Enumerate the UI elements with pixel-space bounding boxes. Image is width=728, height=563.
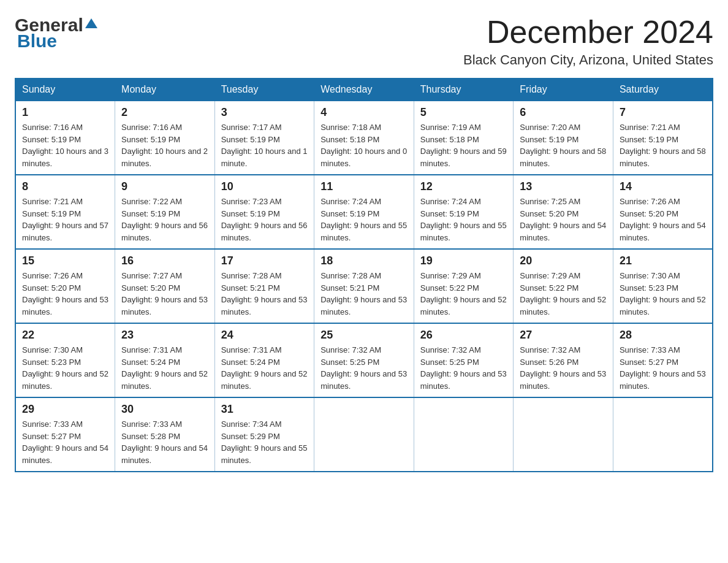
calendar-cell: 3Sunrise: 7:17 AMSunset: 5:19 PMDaylight… — [214, 101, 314, 175]
day-info: Sunrise: 7:30 AMSunset: 5:23 PMDaylight:… — [22, 344, 108, 392]
day-number: 19 — [420, 255, 507, 267]
day-info: Sunrise: 7:32 AMSunset: 5:25 PMDaylight:… — [420, 344, 507, 392]
day-number: 9 — [121, 180, 208, 193]
calendar-cell: 28Sunrise: 7:33 AMSunset: 5:27 PMDayligh… — [613, 323, 713, 397]
day-info: Sunrise: 7:30 AMSunset: 5:23 PMDaylight:… — [620, 270, 706, 318]
day-info: Sunrise: 7:24 AMSunset: 5:19 PMDaylight:… — [420, 196, 507, 243]
location-title: Black Canyon City, Arizona, United State… — [463, 52, 713, 68]
day-info: Sunrise: 7:26 AMSunset: 5:20 PMDaylight:… — [22, 270, 108, 318]
calendar-cell: 8Sunrise: 7:21 AMSunset: 5:19 PMDaylight… — [15, 175, 115, 249]
calendar-cell — [314, 397, 414, 472]
weekday-header-friday: Friday — [514, 79, 613, 101]
day-number: 25 — [320, 329, 408, 342]
calendar-cell: 19Sunrise: 7:29 AMSunset: 5:22 PMDayligh… — [414, 249, 514, 323]
day-number: 18 — [320, 255, 408, 267]
weekday-header-row: SundayMondayTuesdayWednesdayThursdayFrid… — [15, 79, 713, 101]
day-number: 30 — [121, 403, 208, 416]
day-info: Sunrise: 7:25 AMSunset: 5:20 PMDaylight:… — [520, 196, 607, 243]
calendar-cell: 7Sunrise: 7:21 AMSunset: 5:19 PMDaylight… — [613, 101, 713, 175]
calendar-week-row: 1Sunrise: 7:16 AMSunset: 5:19 PMDaylight… — [15, 101, 713, 175]
weekday-header-monday: Monday — [115, 79, 215, 101]
calendar-week-row: 22Sunrise: 7:30 AMSunset: 5:23 PMDayligh… — [15, 323, 713, 397]
calendar-cell: 22Sunrise: 7:30 AMSunset: 5:23 PMDayligh… — [15, 323, 115, 397]
day-info: Sunrise: 7:32 AMSunset: 5:25 PMDaylight:… — [320, 344, 408, 392]
day-info: Sunrise: 7:29 AMSunset: 5:22 PMDaylight:… — [520, 270, 607, 318]
svg-marker-0 — [85, 18, 97, 28]
calendar-cell: 12Sunrise: 7:24 AMSunset: 5:19 PMDayligh… — [414, 175, 514, 249]
calendar-cell: 31Sunrise: 7:34 AMSunset: 5:29 PMDayligh… — [214, 397, 314, 472]
day-number: 20 — [520, 255, 607, 267]
calendar-cell: 14Sunrise: 7:26 AMSunset: 5:20 PMDayligh… — [613, 175, 713, 249]
day-info: Sunrise: 7:27 AMSunset: 5:20 PMDaylight:… — [121, 270, 208, 318]
day-info: Sunrise: 7:22 AMSunset: 5:19 PMDaylight:… — [121, 196, 208, 243]
calendar-cell: 18Sunrise: 7:28 AMSunset: 5:21 PMDayligh… — [314, 249, 414, 323]
day-number: 7 — [620, 106, 706, 119]
calendar-cell: 21Sunrise: 7:30 AMSunset: 5:23 PMDayligh… — [613, 249, 713, 323]
day-info: Sunrise: 7:16 AMSunset: 5:19 PMDaylight:… — [22, 121, 108, 169]
logo-triangle-icon — [85, 17, 98, 31]
day-number: 11 — [320, 180, 408, 193]
calendar-week-row: 29Sunrise: 7:33 AMSunset: 5:27 PMDayligh… — [15, 397, 713, 472]
weekday-header-wednesday: Wednesday — [314, 79, 414, 101]
day-info: Sunrise: 7:28 AMSunset: 5:21 PMDaylight:… — [221, 270, 308, 318]
calendar-cell — [613, 397, 713, 472]
day-info: Sunrise: 7:33 AMSunset: 5:27 PMDaylight:… — [620, 344, 706, 392]
calendar-week-row: 8Sunrise: 7:21 AMSunset: 5:19 PMDaylight… — [15, 175, 713, 249]
calendar-cell: 13Sunrise: 7:25 AMSunset: 5:20 PMDayligh… — [514, 175, 613, 249]
day-number: 12 — [420, 180, 507, 193]
day-number: 10 — [221, 180, 308, 193]
calendar-cell: 11Sunrise: 7:24 AMSunset: 5:19 PMDayligh… — [314, 175, 414, 249]
calendar-cell: 27Sunrise: 7:32 AMSunset: 5:26 PMDayligh… — [514, 323, 613, 397]
day-info: Sunrise: 7:26 AMSunset: 5:20 PMDaylight:… — [620, 196, 706, 243]
calendar-cell: 17Sunrise: 7:28 AMSunset: 5:21 PMDayligh… — [214, 249, 314, 323]
day-number: 1 — [22, 106, 108, 119]
calendar-table: SundayMondayTuesdayWednesdayThursdayFrid… — [15, 78, 713, 472]
calendar-cell: 30Sunrise: 7:33 AMSunset: 5:28 PMDayligh… — [115, 397, 215, 472]
day-number: 3 — [221, 106, 308, 119]
weekday-header-sunday: Sunday — [15, 79, 115, 101]
day-info: Sunrise: 7:31 AMSunset: 5:24 PMDaylight:… — [121, 344, 208, 392]
day-info: Sunrise: 7:28 AMSunset: 5:21 PMDaylight:… — [320, 270, 408, 318]
day-info: Sunrise: 7:34 AMSunset: 5:29 PMDaylight:… — [221, 418, 308, 466]
calendar-cell: 4Sunrise: 7:18 AMSunset: 5:18 PMDaylight… — [314, 101, 414, 175]
day-info: Sunrise: 7:29 AMSunset: 5:22 PMDaylight:… — [420, 270, 507, 318]
day-number: 22 — [22, 329, 108, 342]
day-number: 24 — [221, 329, 308, 342]
day-number: 5 — [420, 106, 507, 119]
day-info: Sunrise: 7:23 AMSunset: 5:19 PMDaylight:… — [221, 196, 308, 243]
day-info: Sunrise: 7:31 AMSunset: 5:24 PMDaylight:… — [221, 344, 308, 392]
day-number: 21 — [620, 255, 706, 267]
calendar-cell: 23Sunrise: 7:31 AMSunset: 5:24 PMDayligh… — [115, 323, 215, 397]
day-number: 23 — [121, 329, 208, 342]
logo-blue: Blue — [15, 31, 57, 52]
day-info: Sunrise: 7:21 AMSunset: 5:19 PMDaylight:… — [620, 121, 706, 169]
day-number: 31 — [221, 403, 308, 416]
day-number: 4 — [320, 106, 408, 119]
calendar-cell: 15Sunrise: 7:26 AMSunset: 5:20 PMDayligh… — [15, 249, 115, 323]
day-number: 26 — [420, 329, 507, 342]
calendar-week-row: 15Sunrise: 7:26 AMSunset: 5:20 PMDayligh… — [15, 249, 713, 323]
day-info: Sunrise: 7:17 AMSunset: 5:19 PMDaylight:… — [221, 121, 308, 169]
day-info: Sunrise: 7:19 AMSunset: 5:18 PMDaylight:… — [420, 121, 507, 169]
day-number: 27 — [520, 329, 607, 342]
title-section: December 2024 Black Canyon City, Arizona… — [463, 15, 713, 68]
calendar-cell: 9Sunrise: 7:22 AMSunset: 5:19 PMDaylight… — [115, 175, 215, 249]
calendar-cell: 1Sunrise: 7:16 AMSunset: 5:19 PMDaylight… — [15, 101, 115, 175]
weekday-header-tuesday: Tuesday — [214, 79, 314, 101]
page-header: General Blue December 2024 Black Canyon … — [15, 15, 713, 68]
logo: General Blue — [15, 15, 98, 52]
day-info: Sunrise: 7:21 AMSunset: 5:19 PMDaylight:… — [22, 196, 108, 243]
day-info: Sunrise: 7:18 AMSunset: 5:18 PMDaylight:… — [320, 121, 408, 169]
calendar-cell — [414, 397, 514, 472]
day-number: 29 — [22, 403, 108, 416]
calendar-cell: 26Sunrise: 7:32 AMSunset: 5:25 PMDayligh… — [414, 323, 514, 397]
day-info: Sunrise: 7:33 AMSunset: 5:27 PMDaylight:… — [22, 418, 108, 466]
calendar-cell: 2Sunrise: 7:16 AMSunset: 5:19 PMDaylight… — [115, 101, 215, 175]
day-number: 15 — [22, 255, 108, 267]
day-number: 28 — [620, 329, 706, 342]
weekday-header-saturday: Saturday — [613, 79, 713, 101]
calendar-cell: 29Sunrise: 7:33 AMSunset: 5:27 PMDayligh… — [15, 397, 115, 472]
weekday-header-thursday: Thursday — [414, 79, 514, 101]
day-number: 6 — [520, 106, 607, 119]
day-number: 2 — [121, 106, 208, 119]
